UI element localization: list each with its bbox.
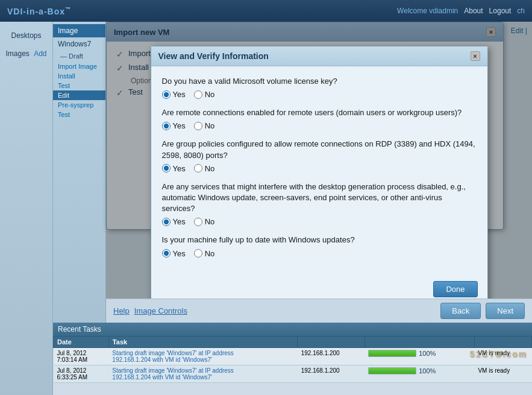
help-imagecontrols-group: Help Image Controls — [113, 306, 187, 315]
draft-label: Draft — [69, 52, 83, 60]
help-button[interactable]: Help — [113, 306, 130, 315]
top-navbar: VDI-in-a-Box™ Welcome vdiadmin About Log… — [0, 0, 532, 22]
back-next-group: Back Next — [440, 303, 525, 319]
radio-q2-yes[interactable]: Yes — [162, 121, 186, 130]
verify-dialog-header: View and Verify Information × — [151, 46, 487, 66]
col-status — [474, 337, 531, 348]
main-container: Desktops Images Add Image Windows7 — Dra… — [0, 22, 532, 395]
done-button[interactable]: Done — [433, 281, 477, 297]
radio-group-4: Yes No — [162, 217, 477, 226]
nav-sub-draft[interactable]: — Draft — [53, 51, 105, 62]
app-logo: VDI-in-a-Box™ — [7, 6, 71, 16]
nav-item-import[interactable]: Import Image — [53, 62, 105, 71]
recent-tasks-section: Recent Tasks Date Task Jul 8, 20127:03:1… — [53, 323, 532, 395]
question-3-text: Are group policies configured to allow r… — [162, 139, 477, 160]
radio-q1-no[interactable]: No — [194, 90, 215, 99]
nav-item-presysprep[interactable]: Pre-sysprep — [53, 100, 105, 110]
logo-text: VDI-in-a-Box — [7, 6, 65, 16]
content-area: Image Windows7 — Draft Import Image Inst… — [53, 22, 532, 395]
progress-fill-1 — [369, 350, 416, 356]
no-label-3: No — [205, 164, 215, 173]
nav-item-windows7[interactable]: Windows7 — [53, 37, 105, 51]
question-block-1: Do you have a valid Microsoft volume lic… — [162, 76, 477, 99]
no-label-1: No — [205, 90, 215, 99]
radio-q4-yes[interactable]: Yes — [162, 217, 186, 226]
task-progress-2: 100% — [365, 365, 474, 383]
radio-q1-yes[interactable]: Yes — [162, 90, 186, 99]
yes-label-5: Yes — [173, 249, 186, 258]
task-ip-2: 192.168.1.200 — [298, 365, 365, 383]
yes-label-3: Yes — [173, 164, 186, 173]
progress-bar-1 — [368, 350, 416, 357]
nav-item-test[interactable]: Test — [53, 81, 105, 90]
radio-q4-yes-input[interactable] — [162, 218, 171, 226]
sidebar-item-images[interactable]: Images Add — [0, 45, 52, 63]
radio-group-3: Yes No — [162, 164, 477, 173]
radio-q2-no[interactable]: No — [194, 121, 215, 130]
col-task: Task — [108, 337, 297, 348]
watermark: 51CTO.com — [469, 349, 527, 359]
back-button[interactable]: Back — [440, 303, 481, 319]
progress-label-2: 100% — [419, 367, 436, 374]
about-link[interactable]: About — [464, 7, 483, 15]
task-date-2: Jul 8, 20126:33:25 AM — [54, 365, 109, 383]
no-label-5: No — [205, 249, 215, 258]
nav-item-edit[interactable]: Edit — [53, 90, 105, 100]
task-progress-1: 100% — [365, 348, 474, 365]
radio-q1-no-input[interactable] — [194, 90, 202, 99]
progress-fill-2 — [369, 368, 416, 374]
nav-item-test2[interactable]: Test — [53, 110, 105, 119]
task-desc-1: Starting draft image 'Windows7' at IP ad… — [108, 348, 297, 365]
radio-q3-no-input[interactable] — [194, 164, 202, 172]
top-nav-right: Welcome vdiadmin About Logout ch — [397, 7, 525, 15]
radio-q3-no[interactable]: No — [194, 164, 215, 173]
table-row: Jul 8, 20126:33:25 AM Starting draft ima… — [54, 365, 532, 383]
welcome-text: Welcome vdiadmin — [397, 7, 458, 15]
radio-q4-no[interactable]: No — [194, 217, 215, 226]
verify-dialog-title: View and Verify Information — [158, 51, 269, 61]
question-5-text: Is your machine fully up to date with Wi… — [162, 235, 477, 245]
progress-label-1: 100% — [419, 350, 436, 357]
verify-dialog: View and Verify Information × Do you hav… — [151, 46, 488, 306]
table-row: Jul 8, 20127:03:14 AM Starting draft ima… — [54, 348, 532, 365]
task-date-1: Jul 8, 20127:03:14 AM — [54, 348, 109, 365]
verify-dialog-close[interactable]: × — [471, 51, 480, 61]
no-label-2: No — [205, 121, 215, 130]
no-label-4: No — [205, 217, 215, 226]
task-desc-2: Starting draft image 'Windows7' at IP ad… — [108, 365, 297, 383]
nav-item-image[interactable]: Image — [53, 24, 105, 37]
question-2-text: Are remote connections enabled for remot… — [162, 107, 477, 118]
sidebar: Desktops Images Add — [0, 22, 53, 395]
question-block-3: Are group policies configured to allow r… — [162, 139, 477, 172]
ch-text: ch — [517, 7, 525, 15]
radio-q5-no[interactable]: No — [194, 249, 215, 258]
watermark-text: 51CTO.com — [469, 349, 527, 359]
radio-q2-no-input[interactable] — [194, 122, 202, 130]
yes-label-1: Yes — [173, 90, 186, 99]
nav-item-install[interactable]: Install — [53, 71, 105, 81]
col-progress — [365, 337, 474, 348]
radio-q2-yes-input[interactable] — [162, 122, 171, 130]
radio-q3-yes[interactable]: Yes — [162, 164, 186, 173]
question-block-2: Are remote connections enabled for remot… — [162, 107, 477, 130]
radio-q1-yes-input[interactable] — [162, 90, 171, 99]
image-controls-button[interactable]: Image Controls — [134, 306, 187, 315]
task-ip-1: 192.168.1.200 — [298, 348, 365, 365]
logout-link[interactable]: Logout — [489, 7, 512, 15]
verify-dialog-body: Do you have a valid Microsoft volume lic… — [151, 66, 487, 276]
tasks-table: Date Task Jul 8, 20127:03:14 AM Starting… — [53, 336, 532, 383]
sidebar-item-desktops[interactable]: Desktops — [0, 27, 52, 45]
add-label: Add — [34, 49, 46, 58]
question-4-text: Are any services that might interfere wi… — [162, 182, 477, 215]
radio-group-1: Yes No — [162, 90, 477, 99]
question-block-5: Is your machine fully up to date with Wi… — [162, 235, 477, 258]
radio-q3-yes-input[interactable] — [162, 164, 171, 172]
tasks-header: Recent Tasks — [53, 323, 532, 336]
radio-q5-yes[interactable]: Yes — [162, 249, 186, 258]
radio-q4-no-input[interactable] — [194, 218, 202, 226]
radio-q5-no-input[interactable] — [194, 249, 202, 258]
images-label: Images — [5, 49, 29, 58]
radio-q5-yes-input[interactable] — [162, 249, 171, 258]
next-button[interactable]: Next — [486, 303, 525, 319]
bottom-controls: Help Image Controls Back Next — [106, 299, 532, 323]
